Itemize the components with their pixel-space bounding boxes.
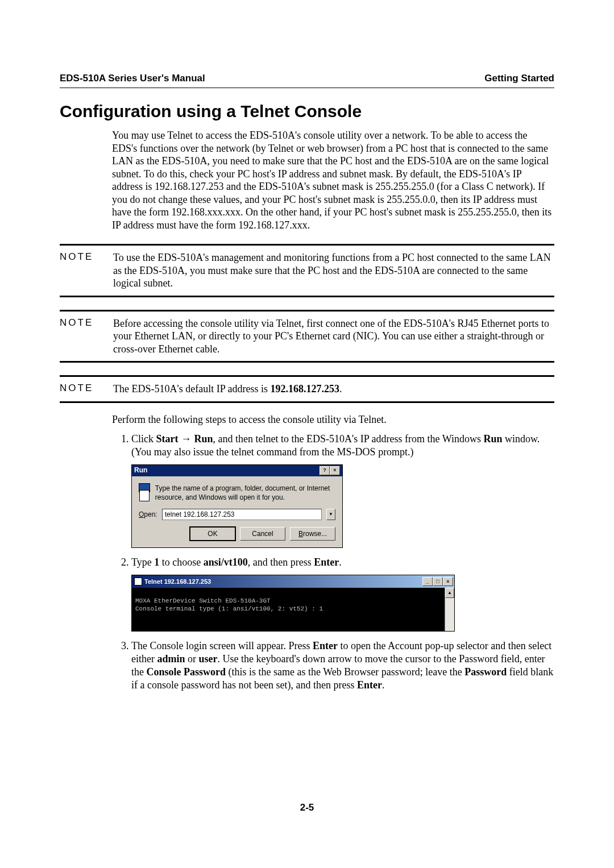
step-1: Click Start → Run, and then telnet to th… — [131, 433, 554, 548]
steps-list: Click Start → Run, and then telnet to th… — [112, 433, 554, 692]
telnet-window: Telnet 192.168.127.253 _ □ × MOXA EtherD… — [131, 575, 455, 632]
open-input[interactable] — [162, 509, 322, 520]
open-label: Open: — [139, 510, 157, 519]
scrollbar[interactable]: ▲ — [445, 588, 454, 631]
minimize-icon[interactable]: _ — [422, 577, 433, 586]
note-2: NOTE Before accessing the console utilit… — [60, 310, 554, 363]
run-dialog-description: Type the name of a program, folder, docu… — [155, 483, 335, 502]
header-left: EDS-510A Series User's Manual — [60, 73, 205, 84]
scroll-up-icon[interactable]: ▲ — [445, 588, 454, 598]
note3-ip: 192.168.127.253 — [271, 383, 340, 394]
telnet-app-icon — [134, 578, 142, 585]
note3-suffix: . — [339, 383, 342, 394]
note-text: Before accessing the console utility via… — [113, 317, 554, 356]
close-icon[interactable]: × — [443, 577, 453, 586]
header-right: Getting Started — [484, 73, 554, 84]
telnet-title-text: Telnet 192.168.127.253 — [144, 578, 211, 585]
telnet-titlebar[interactable]: Telnet 192.168.127.253 _ □ × — [132, 575, 454, 588]
scroll-track[interactable] — [445, 598, 454, 631]
note-3: NOTE The EDS-510A's default IP address i… — [60, 375, 554, 403]
section-title: Configuration using a Telnet Console — [60, 102, 554, 121]
note-label: NOTE — [60, 317, 101, 356]
dropdown-icon[interactable]: ▼ — [326, 509, 335, 520]
note-1: NOTE To use the EDS-510A's management an… — [60, 244, 554, 297]
ok-button[interactable]: OK — [190, 527, 235, 541]
run-dialog-title: Run — [134, 466, 147, 475]
run-dialog-titlebar[interactable]: Run ? × — [132, 465, 342, 476]
note-label: NOTE — [60, 383, 101, 396]
browse-button[interactable]: Browse... — [290, 527, 335, 541]
step-2: Type 1 to choose ansi/vt100, and then pr… — [131, 556, 554, 632]
page-number: 2-5 — [0, 802, 614, 813]
run-dialog: Run ? × Type the name of a program, fold… — [131, 464, 343, 548]
close-icon[interactable]: × — [330, 466, 340, 475]
steps-intro: Perform the following steps to access th… — [112, 413, 554, 426]
intro-paragraph: You may use Telnet to access the EDS-510… — [112, 129, 554, 231]
note-text: To use the EDS-510A's management and mon… — [113, 251, 554, 290]
step-3: The Console login screen will appear. Pr… — [131, 639, 554, 692]
note-text: The EDS-510A's default IP address is 192… — [113, 383, 342, 396]
note3-prefix: The EDS-510A's default IP address is — [113, 383, 271, 394]
run-dialog-icon — [139, 483, 150, 501]
cancel-button[interactable]: Cancel — [240, 527, 285, 541]
page-header: EDS-510A Series User's Manual Getting St… — [60, 73, 554, 88]
maximize-icon[interactable]: □ — [433, 577, 443, 586]
help-icon[interactable]: ? — [320, 466, 330, 475]
note-label: NOTE — [60, 251, 101, 290]
telnet-terminal[interactable]: MOXA EtherDevice Switch EDS-510A-3GT Con… — [132, 588, 445, 631]
